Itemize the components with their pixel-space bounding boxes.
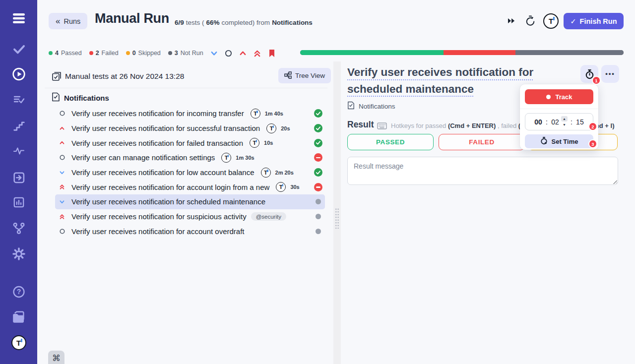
result-message-input[interactable] <box>347 157 618 185</box>
passed-check-icon <box>314 109 322 118</box>
stepper-up-icon[interactable]: ▲ <box>561 116 568 121</box>
run-subtitle: 6/9 tests ( 66% completed) from Notifica… <box>175 19 313 26</box>
step-badge-1: 1 <box>592 76 601 85</box>
notrun-dot-icon <box>316 214 321 219</box>
finish-run-button[interactable]: ✓ Finish Run <box>564 13 624 29</box>
test-title: Verify user receives notification for su… <box>71 212 247 221</box>
test-title: Verify user receives notification for fa… <box>71 139 243 147</box>
set-time-button[interactable]: Set Time <box>525 134 593 148</box>
notrun-dot-icon <box>316 229 321 234</box>
double-chevron-up-filter-icon[interactable] <box>253 49 261 58</box>
passed-check-icon <box>314 168 322 177</box>
keyboard-icon <box>377 122 387 129</box>
back-to-runs-button[interactable]: « Runs <box>49 13 87 29</box>
failed-minus-icon <box>314 153 322 162</box>
priority-icon <box>59 199 65 205</box>
test-title: Verify user can manage notification sett… <box>71 153 215 162</box>
test-row[interactable]: Verify user receives notification for ac… <box>55 224 325 239</box>
duration-label: 2m 20s <box>275 170 294 176</box>
track-button[interactable]: Track <box>525 89 593 104</box>
test-row[interactable]: Verify user receives notification for su… <box>55 209 325 224</box>
branch-icon[interactable] <box>12 222 25 235</box>
suite-group-row[interactable]: Notifications <box>52 92 109 104</box>
app-window: ? T « Runs Manual Run 6/9 tests ( 66% co… <box>0 0 635 364</box>
duration-label: 30s <box>290 184 299 190</box>
help-icon[interactable]: ? <box>12 285 25 299</box>
status-dot-icon <box>49 51 53 55</box>
import-icon[interactable] <box>12 171 26 184</box>
verdict-passed-button[interactable]: PASSED <box>347 134 434 150</box>
test-row[interactable]: Verify user receives notification for su… <box>55 121 325 136</box>
double-chevron-left-icon: « <box>56 17 60 25</box>
test-row[interactable]: Verify user receives notification for ac… <box>55 180 325 194</box>
priority-icon <box>59 125 65 131</box>
pane-resizer[interactable] <box>333 61 341 364</box>
priority-icon <box>59 183 65 190</box>
analytics-icon[interactable] <box>12 196 25 209</box>
time-input[interactable]: 00 : 02 ▲ ▼ : 15 <box>525 113 593 130</box>
minutes-value[interactable]: 02 <box>551 118 560 126</box>
progress-segment-notrun <box>515 50 624 55</box>
suite-group-label: Notifications <box>64 94 109 102</box>
circle-filter-icon[interactable] <box>224 49 233 58</box>
more-options-button[interactable]: ••• <box>601 65 619 83</box>
tree-view-icon <box>284 71 292 80</box>
source-suite: Notifications <box>272 19 313 26</box>
status-dot-icon <box>126 51 130 55</box>
tag-badge: @security <box>251 212 286 221</box>
test-title: Verify user receives notification for su… <box>71 124 260 132</box>
runs-icon[interactable] <box>11 67 26 81</box>
steps-icon[interactable] <box>12 120 25 132</box>
passed-check-icon <box>314 139 322 147</box>
testomat-badge-icon: T <box>276 182 286 192</box>
priority-icon <box>59 111 65 116</box>
settings-gear-icon[interactable] <box>12 247 26 261</box>
seconds-value[interactable]: 15 <box>575 118 584 126</box>
stat-passed: 4Passed <box>49 50 82 57</box>
retry-timer-icon[interactable] <box>525 15 536 28</box>
test-row[interactable]: Verify user receives notification for lo… <box>55 165 325 180</box>
stepper-down-icon[interactable]: ▼ <box>561 122 568 127</box>
test-list: Verify user receives notification for in… <box>45 106 328 239</box>
step-badge-2: 2 <box>588 122 597 131</box>
test-title: Verify user receives notification for sc… <box>71 197 265 206</box>
tests-icon[interactable] <box>12 42 25 56</box>
test-row[interactable]: Verify user can manage notification sett… <box>55 150 325 165</box>
test-row[interactable]: Verify user receives notification for in… <box>55 106 325 121</box>
step-badge-3: 3 <box>588 139 597 148</box>
stat-notrun: 3Not Run <box>168 50 203 57</box>
bookmark-filter-icon[interactable] <box>267 49 276 58</box>
percent-completed: 66% <box>206 19 220 26</box>
chevron-down-filter-icon[interactable] <box>210 49 218 58</box>
fast-forward-icon[interactable] <box>507 17 516 26</box>
run-title: Manual tests at 26 Nov 2024 13:28 <box>65 72 184 81</box>
test-row[interactable]: Verify user receives notification for sc… <box>55 194 325 209</box>
stat-skipped: 0Skipped <box>126 50 161 57</box>
verdict-failed-button[interactable]: FAILED <box>439 134 525 150</box>
testomat-badge-icon: T <box>266 123 276 133</box>
test-row[interactable]: Verify user receives notification for fa… <box>55 135 325 150</box>
tree-view-button[interactable]: Tree View <box>278 68 331 83</box>
plans-icon[interactable] <box>12 94 25 106</box>
clipboard-check-icon <box>51 71 62 84</box>
testomat-badge-icon[interactable]: T <box>543 13 559 29</box>
duration-label: 1m 40s <box>265 111 283 117</box>
breadcrumb[interactable]: Notifications <box>347 101 395 111</box>
hours-value[interactable]: 00 <box>534 118 543 126</box>
priority-filter-icons <box>210 49 276 58</box>
priority-icon <box>59 213 65 220</box>
test-title: Verify user receives notification for ac… <box>71 227 245 236</box>
pulse-icon[interactable] <box>12 145 25 157</box>
chevron-up-filter-icon[interactable] <box>239 49 247 58</box>
progress-bar <box>300 50 624 55</box>
run-stats: 4Passed2Failed0Skipped3Not Run <box>49 50 203 57</box>
drag-handle-icon <box>335 208 339 229</box>
file-check-icon <box>52 92 60 104</box>
testomat-logo[interactable]: T <box>11 335 26 350</box>
menu-icon[interactable] <box>11 12 26 25</box>
priority-icon <box>59 170 65 176</box>
projects-folder-icon[interactable] <box>11 311 26 324</box>
minutes-stepper: ▲ ▼ <box>561 116 568 127</box>
cmd-shortcut-badge[interactable]: ⌘ <box>48 351 64 364</box>
duration-label: 10s <box>264 140 273 146</box>
